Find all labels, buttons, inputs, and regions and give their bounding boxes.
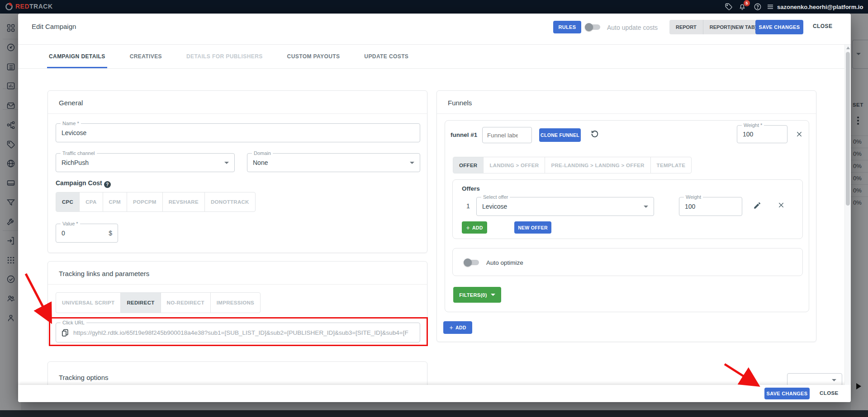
path-type-template[interactable]: TEMPLATE bbox=[650, 157, 692, 173]
offers-title: Offers bbox=[462, 185, 480, 192]
modal-title: Edit Campaign bbox=[32, 23, 76, 30]
modal-tabs: CAMPAIGN DETAILS CREATIVES DETAILS FOR P… bbox=[47, 44, 410, 68]
funnel-path-type-group: OFFER LANDING > OFFER PRE-LANDING > LAND… bbox=[453, 157, 692, 173]
auto-update-costs-toggle[interactable] bbox=[585, 23, 601, 31]
redtrack-logo[interactable]: REDTRACK bbox=[5, 2, 53, 11]
select-offer-value: Levicose bbox=[482, 203, 507, 210]
report-button-group: REPORT REPORT(NEW TAB) bbox=[669, 20, 763, 34]
brand-track: TRACK bbox=[29, 3, 53, 10]
traffic-channel-label: Traffic channel bbox=[61, 150, 97, 156]
expand-arrow-icon[interactable] bbox=[856, 383, 861, 389]
link-type-no-redirect[interactable]: NO-REDIRECT bbox=[161, 293, 210, 313]
edit-offer-icon[interactable] bbox=[753, 201, 761, 210]
click-url-field[interactable]: Click URL bbox=[56, 323, 420, 342]
select-offer-field[interactable]: Select offer Levicose bbox=[476, 197, 654, 216]
name-field[interactable]: Name * bbox=[56, 123, 420, 142]
scrollbar-thumb[interactable] bbox=[846, 52, 850, 206]
rules-button[interactable]: RULES bbox=[553, 21, 581, 33]
funnel-name: funnel #1 bbox=[451, 131, 477, 138]
add-offer-button[interactable]: +ADD bbox=[462, 221, 487, 234]
filters-button[interactable]: FILTERS(0) bbox=[453, 287, 501, 303]
save-changes-button-footer[interactable]: SAVE CHANGES bbox=[764, 388, 810, 399]
select-offer-label: Select offer bbox=[481, 194, 510, 200]
tab-update-costs[interactable]: UPDATE COSTS bbox=[362, 44, 410, 68]
link-type-universal-script[interactable]: UNIVERSAL SCRIPT bbox=[56, 293, 120, 313]
tracking-links-card: Tracking links and parameters UNIVERSAL … bbox=[47, 261, 427, 345]
value-field[interactable]: Value * $ bbox=[56, 224, 118, 243]
scroll-up-arrow[interactable] bbox=[846, 47, 850, 49]
funnel-label-field[interactable] bbox=[482, 127, 532, 143]
path-type-offer[interactable]: OFFER bbox=[453, 157, 483, 173]
offer-row-index: 1 bbox=[466, 202, 470, 210]
tracking-link-type-group: UNIVERSAL SCRIPT REDIRECT NO-REDIRECT IM… bbox=[56, 292, 261, 313]
edit-campaign-modal: Edit Campaign RULES Auto update costs RE… bbox=[18, 14, 851, 402]
traffic-channel-select[interactable]: Traffic channel RichPush bbox=[56, 153, 235, 172]
report-new-tab-button[interactable]: REPORT(NEW TAB) bbox=[703, 20, 763, 34]
cost-type-popcpm[interactable]: POPCPM bbox=[127, 192, 162, 211]
cost-type-revshare[interactable]: REVSHARE bbox=[162, 192, 204, 211]
value-input[interactable] bbox=[62, 224, 98, 242]
reset-icon[interactable] bbox=[590, 129, 600, 139]
chevron-down-icon bbox=[491, 294, 495, 296]
tab-details-for-publishers[interactable]: DETAILS FOR PUBLISHERS bbox=[185, 44, 265, 68]
help-circle-icon[interactable]: ? bbox=[104, 181, 111, 188]
currency-suffix: $ bbox=[109, 230, 112, 237]
brand-red: RED bbox=[15, 3, 29, 10]
card-divider bbox=[48, 113, 427, 114]
domain-select[interactable]: Domain None bbox=[247, 153, 420, 172]
tabs-divider bbox=[18, 68, 851, 69]
chevron-down-icon bbox=[410, 162, 414, 164]
card-divider bbox=[437, 113, 816, 114]
link-type-redirect[interactable]: REDIRECT bbox=[120, 293, 160, 313]
close-button-header[interactable]: CLOSE bbox=[813, 23, 832, 29]
cost-type-cpc[interactable]: CPC bbox=[56, 192, 79, 211]
save-changes-button-header[interactable]: SAVE CHANGES bbox=[755, 20, 803, 34]
menu-icon[interactable] bbox=[766, 3, 774, 11]
tab-creatives[interactable]: CREATIVES bbox=[128, 44, 164, 68]
auto-optimize-toggle[interactable] bbox=[464, 258, 480, 267]
copy-icon[interactable] bbox=[61, 328, 70, 337]
modal-scrollbar[interactable] bbox=[844, 45, 851, 385]
auto-optimize-label: Auto optimize bbox=[486, 259, 523, 266]
report-button[interactable]: REPORT bbox=[669, 20, 703, 34]
auto-update-costs-label: Auto update costs bbox=[607, 24, 658, 31]
tracking-links-title: Tracking links and parameters bbox=[59, 270, 149, 277]
tracking-options-title: Tracking options bbox=[59, 374, 109, 381]
funnel-weight-field[interactable]: Weight * bbox=[737, 125, 787, 143]
tag-icon[interactable] bbox=[725, 3, 733, 11]
page: SET 0% 0% 0% 0% 0% 0% REDTRACK 5 sazonen… bbox=[0, 0, 868, 417]
add-funnel-button[interactable]: +ADD bbox=[443, 321, 472, 334]
name-input[interactable] bbox=[62, 124, 407, 142]
offer-weight-input[interactable] bbox=[685, 197, 729, 216]
cost-type-cpa[interactable]: CPA bbox=[79, 192, 102, 211]
offer-weight-field[interactable]: Weight bbox=[679, 197, 742, 216]
topbar: REDTRACK 5 sazonenko.heorhi@platform.io bbox=[0, 0, 868, 14]
cost-type-cpm[interactable]: CPM bbox=[103, 192, 127, 211]
chevron-down-icon bbox=[644, 206, 648, 208]
clone-funnel-button[interactable]: CLONE FUNNEL bbox=[539, 128, 581, 142]
tab-campaign-details[interactable]: CAMPAIGN DETAILS bbox=[47, 44, 107, 68]
close-button-footer[interactable]: CLOSE bbox=[820, 390, 839, 396]
offers-box: Offers 1 Select offer Levicose Weight +A… bbox=[452, 179, 803, 239]
funnel-label-input[interactable] bbox=[487, 127, 518, 143]
general-title: General bbox=[59, 99, 83, 107]
click-url-input[interactable] bbox=[73, 323, 414, 342]
auto-optimize-box: Auto optimize bbox=[452, 248, 803, 276]
remove-offer-icon[interactable] bbox=[778, 201, 785, 209]
new-offer-button[interactable]: NEW OFFER bbox=[514, 221, 551, 234]
link-type-impressions[interactable]: IMPRESSIONS bbox=[210, 293, 260, 313]
chevron-down-icon bbox=[224, 162, 229, 164]
user-email[interactable]: sazonenko.heorhi@platform.io bbox=[777, 4, 863, 10]
tab-custom-payouts[interactable]: CUSTOM PAYOUTS bbox=[285, 44, 342, 68]
path-type-prelanding-landing-offer[interactable]: PRE-LANDING > LANDING > OFFER bbox=[545, 157, 650, 173]
cost-type-group: CPC CPA CPM POPCPM REVSHARE DONOTTRACK bbox=[56, 192, 256, 212]
redtrack-logo-icon bbox=[5, 2, 14, 11]
path-type-landing-offer[interactable]: LANDING > OFFER bbox=[483, 157, 545, 173]
card-divider bbox=[48, 284, 427, 285]
remove-funnel-icon[interactable] bbox=[796, 131, 803, 138]
cost-type-donottrack[interactable]: DONOTTRACK bbox=[204, 192, 255, 211]
modal-footer: SAVE CHANGES CLOSE bbox=[18, 385, 851, 402]
funnel-weight-input[interactable] bbox=[743, 126, 774, 143]
general-card: General Name * Traffic channel RichPush … bbox=[47, 90, 427, 253]
help-icon[interactable] bbox=[754, 3, 762, 11]
